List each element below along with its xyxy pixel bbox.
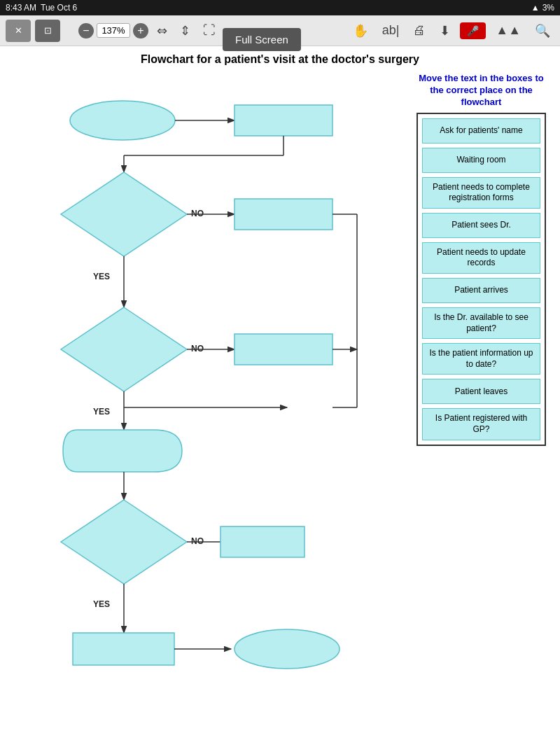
text-tool-button[interactable]: ab| <box>378 22 404 39</box>
hand-tool-button[interactable]: ✋ <box>349 22 372 40</box>
date-display: Tue Oct 6 <box>41 3 77 13</box>
zoom-controls: − 137% + <box>78 23 148 39</box>
sidebar-item-5[interactable]: Patient arrives <box>422 278 540 303</box>
search-button[interactable]: 🔍 <box>531 22 554 40</box>
page-title: Flowchart for a patient's visit at the d… <box>14 53 546 66</box>
svg-rect-30 <box>220 526 304 557</box>
sidebar-item-6[interactable]: Is the Dr. available to see patient? <box>422 307 540 339</box>
svg-marker-7 <box>61 172 187 256</box>
zoom-out-button[interactable]: − <box>78 23 94 39</box>
svg-text:NO: NO <box>191 209 204 218</box>
wifi-icon-btn: ▲▲ <box>491 22 525 39</box>
wifi-icon: ▲ <box>531 3 540 13</box>
sidebar-item-3[interactable]: Patient sees Dr. <box>422 213 540 238</box>
svg-marker-15 <box>61 307 187 391</box>
sidebar-item-2[interactable]: Patient needs to complete registration f… <box>422 177 540 209</box>
screen-button[interactable]: ⊡ <box>35 20 60 42</box>
fit-page-button[interactable]: ⇕ <box>176 22 195 40</box>
page-content: Flowchart for a patient's visit at the d… <box>0 46 560 747</box>
flowchart-area: .sh { fill: #b8eef0; stroke: #5cc0cc; st… <box>14 73 410 747</box>
main-area: .sh { fill: #b8eef0; stroke: #5cc0cc; st… <box>14 73 546 747</box>
svg-text:YES: YES <box>93 599 110 609</box>
svg-text:NO: NO <box>191 536 204 546</box>
svg-point-1 <box>70 101 175 140</box>
toolbar-right: ✋ ab| 🖨 ⬇ 🎤 ▲▲ 🔍 <box>349 22 554 40</box>
sidebar-title: Move the text in the boxes to the correc… <box>416 73 546 109</box>
mic-button[interactable]: 🎤 <box>460 22 486 39</box>
sidebar: Move the text in the boxes to the correc… <box>416 73 546 747</box>
svg-rect-18 <box>234 334 332 365</box>
status-bar-right: ▲ 3% <box>531 3 554 13</box>
svg-rect-10 <box>234 199 332 230</box>
sidebar-item-8[interactable]: Patient leaves <box>422 379 540 404</box>
zoom-in-button[interactable]: + <box>133 23 148 39</box>
close-button[interactable]: ✕ <box>6 20 31 42</box>
sidebar-item-7[interactable]: Is the patient information up to date? <box>422 343 540 375</box>
battery-display: 3% <box>542 3 554 13</box>
svg-rect-33 <box>73 633 174 665</box>
status-bar: 8:43 AM Tue Oct 6 ▲ 3% <box>0 0 560 15</box>
sidebar-box: Ask for patients' name Waiting room Pati… <box>416 113 546 446</box>
print-button[interactable]: 🖨 <box>409 22 430 39</box>
svg-marker-27 <box>61 500 187 584</box>
svg-point-35 <box>234 629 340 669</box>
svg-rect-3 <box>234 105 332 136</box>
time-display: 8:43 AM <box>6 3 36 13</box>
sidebar-item-1[interactable]: Waiting room <box>422 148 540 173</box>
svg-text:YES: YES <box>93 407 110 417</box>
fullscreen-button[interactable]: ⛶ <box>199 22 220 39</box>
fit-width-button[interactable]: ⇔ <box>153 22 172 40</box>
status-bar-left: 8:43 AM Tue Oct 6 <box>6 3 77 13</box>
sidebar-item-9[interactable]: Is Patient registered with GP? <box>422 408 540 440</box>
sidebar-item-4[interactable]: Patient needs to update records <box>422 242 540 274</box>
sidebar-item-0[interactable]: Ask for patients' name <box>422 118 540 144</box>
download-button[interactable]: ⬇ <box>435 22 454 40</box>
svg-text:YES: YES <box>93 272 110 281</box>
zoom-value-display: 137% <box>97 23 130 38</box>
svg-text:NO: NO <box>191 344 204 354</box>
fullscreen-overlay-button[interactable]: Full Screen <box>223 28 301 51</box>
